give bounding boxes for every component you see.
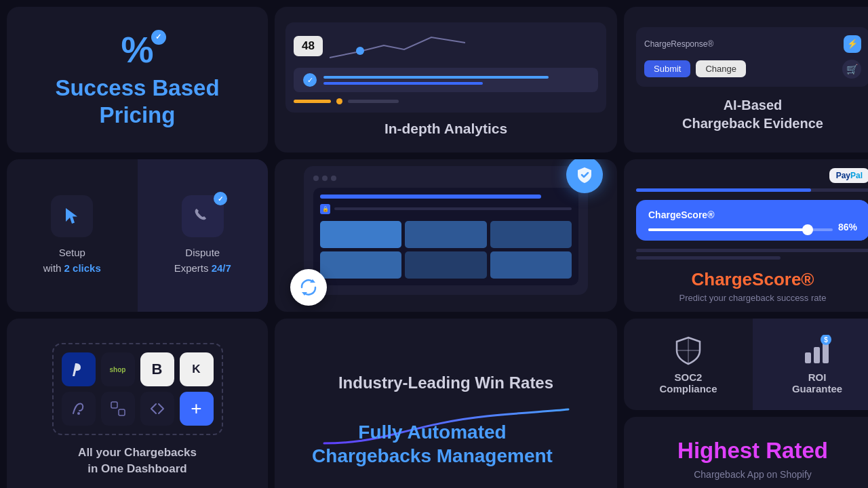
automated-card-top: 🔒	[275, 159, 617, 312]
integrations-grid: shop B K +	[52, 343, 223, 435]
dashboard-card: shop B K + All your Chargebacksin One Da…	[7, 319, 268, 488]
grid-cell-2	[405, 221, 486, 248]
shield-badge	[566, 159, 603, 193]
svg-point-3	[77, 412, 80, 415]
setup-label: Setupwith 2 clicks	[43, 245, 101, 276]
dashboard-title: All your Chargebacksin One Dashboard	[78, 445, 197, 477]
analytics-sparkline	[330, 30, 465, 61]
braintree-logo: B	[140, 352, 174, 386]
ai-bolt-icon: ⚡	[844, 35, 861, 53]
sync-badge	[290, 269, 327, 306]
svg-rect-4	[111, 402, 117, 408]
bar-line-1	[323, 76, 549, 79]
pricing-title: Success BasedPricing	[55, 75, 219, 128]
soc2-section: SOC2Compliance	[624, 319, 753, 410]
ai-evidence-card: ChargeResponse® ⚡ Submit Change 🛒 AI-Bas…	[624, 7, 868, 152]
cursor-icon-box	[51, 195, 93, 237]
soc2-label: SOC2Compliance	[659, 371, 717, 394]
sync-icon	[298, 277, 319, 298]
shield-compliance-icon	[673, 335, 704, 366]
bar-lines	[323, 76, 589, 85]
highest-rated-subtitle: Chargeback App on Shopify	[694, 469, 812, 480]
yellow-bar	[294, 100, 331, 103]
dispute-label: DisputeExperts 24/7	[174, 245, 231, 276]
paypal-badge: PayPal	[829, 168, 868, 183]
slider-thumb	[802, 224, 813, 235]
paypal-logo	[62, 352, 96, 386]
analytics-card: 48 ✓ In-depth Analytics	[275, 7, 617, 152]
analytics-widget: 48 ✓	[285, 22, 606, 113]
chargescore-card: PayPal ChargeScore® 86% ChargeScore® Pre…	[624, 159, 868, 312]
grid-cell-4	[320, 251, 401, 279]
percent-wrapper: % ✓	[121, 31, 153, 68]
winrates-card: Industry-Leading Win Rates	[275, 319, 617, 488]
grid-cell-6	[490, 251, 572, 279]
browser-frame: 🔒	[304, 166, 588, 295]
line-2	[636, 256, 781, 260]
soc2-roi-card: SOC2Compliance $ ROIGuarantee	[624, 319, 868, 410]
roi-section: $ ROIGuarantee	[753, 319, 868, 410]
score-percent: 86%	[838, 222, 857, 232]
lock-icon: 🔒	[320, 204, 330, 214]
check-circle-2: ✓	[303, 73, 317, 87]
ai-form-name: ChargeResponse®	[644, 39, 713, 49]
change-button[interactable]: Change	[696, 60, 746, 77]
setup-section: Setupwith 2 clicks	[7, 159, 138, 312]
bar-line-2	[323, 82, 483, 85]
roi-label: ROIGuarantee	[792, 371, 842, 394]
score-label: ChargeScore®	[648, 209, 857, 220]
svg-rect-5	[119, 409, 125, 415]
dot-3	[331, 176, 336, 181]
svg-text:$: $	[824, 336, 828, 344]
svg-rect-10	[823, 343, 829, 363]
slider-track	[648, 228, 833, 231]
gray-bar	[348, 100, 399, 103]
highest-rated-title: Highest Rated	[677, 439, 828, 463]
browser-content: 🔒	[313, 188, 578, 285]
grid-cell-3	[490, 221, 572, 248]
paypal-row: PayPal	[636, 168, 868, 183]
address-bar	[334, 207, 572, 210]
ai-action-row: Submit Change 🛒	[644, 60, 861, 79]
slider-wrapper: 86%	[648, 228, 833, 231]
pricing-card: % ✓ Success BasedPricing	[7, 7, 268, 152]
setup-dispute-card: Setupwith 2 clicks ✓ DisputeExperts 24/7	[7, 159, 268, 312]
browser-mockup-wrapper: 🔒	[304, 166, 588, 295]
phone-icon-box: ✓	[182, 195, 224, 237]
phone-icon	[193, 207, 212, 226]
dispute-section: ✓ DisputeExperts 24/7	[138, 159, 269, 312]
analytics-number: 48	[294, 36, 323, 56]
ai-form-header: ChargeResponse® ⚡	[644, 35, 861, 53]
analytics-title: In-depth Analytics	[384, 121, 507, 137]
browser-dots	[313, 176, 578, 181]
svg-rect-8	[805, 352, 811, 363]
progress-row	[294, 98, 598, 104]
top-fill	[636, 188, 811, 192]
url-bar	[320, 195, 541, 199]
lock-row: 🔒	[320, 204, 572, 214]
ai-form-widget: ChargeResponse® ⚡ Submit Change 🛒	[636, 27, 868, 87]
submit-button[interactable]: Submit	[644, 60, 690, 77]
dot-2	[322, 176, 328, 181]
grid-cell-1	[320, 221, 401, 248]
highest-rated-card: Highest Rated Chargeback App on Shopify	[624, 417, 868, 488]
svg-point-0	[356, 47, 364, 55]
yellow-dot	[336, 98, 342, 104]
percent-icon: %	[121, 31, 153, 68]
line-1	[636, 249, 868, 252]
check-icon: ✓	[151, 30, 166, 45]
adjust-logo	[101, 392, 135, 426]
chargescore-subtitle: Predict your chargeback success rate	[679, 293, 827, 303]
winrates-chart	[317, 406, 575, 447]
roi-chart-icon: $	[802, 335, 833, 366]
arrows-logo	[140, 392, 174, 426]
content-grid	[320, 221, 572, 279]
chargescore-title: ChargeScore®	[692, 269, 814, 290]
plus-logo: +	[180, 392, 214, 426]
shopify-logo: shop	[101, 352, 135, 386]
indicator-lines	[636, 249, 868, 260]
cart-icon: 🛒	[842, 60, 861, 79]
grid-cell-5	[405, 251, 486, 279]
analytics-top-row: 48	[294, 30, 598, 61]
shield-icon	[576, 166, 593, 184]
